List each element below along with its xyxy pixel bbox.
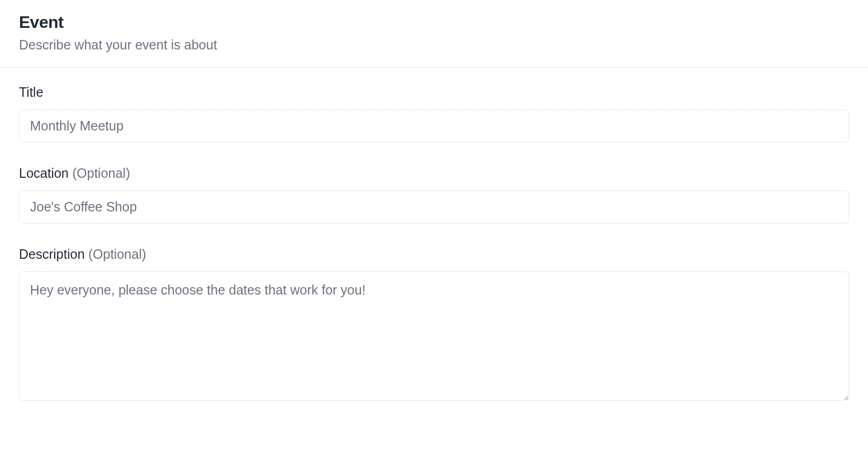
title-label: Title [19,85,849,100]
location-input[interactable] [19,190,849,224]
title-field-group: Title [19,85,849,143]
form-header: Event Describe what your event is about [0,0,868,68]
title-input[interactable] [19,109,849,143]
location-label-text: Location [19,166,72,180]
description-optional-text: (Optional) [88,247,146,261]
location-optional-text: (Optional) [72,166,130,180]
description-label-text: Description [19,247,88,261]
location-label: Location (Optional) [19,166,849,181]
description-label: Description (Optional) [19,247,849,262]
event-form: Title Location (Optional) Description (O… [0,68,868,443]
description-field-group: Description (Optional) [19,247,849,403]
description-textarea[interactable] [19,271,849,401]
page-subtitle: Describe what your event is about [19,37,849,53]
title-label-text: Title [19,85,43,99]
location-field-group: Location (Optional) [19,166,849,224]
page-title: Event [19,13,849,32]
